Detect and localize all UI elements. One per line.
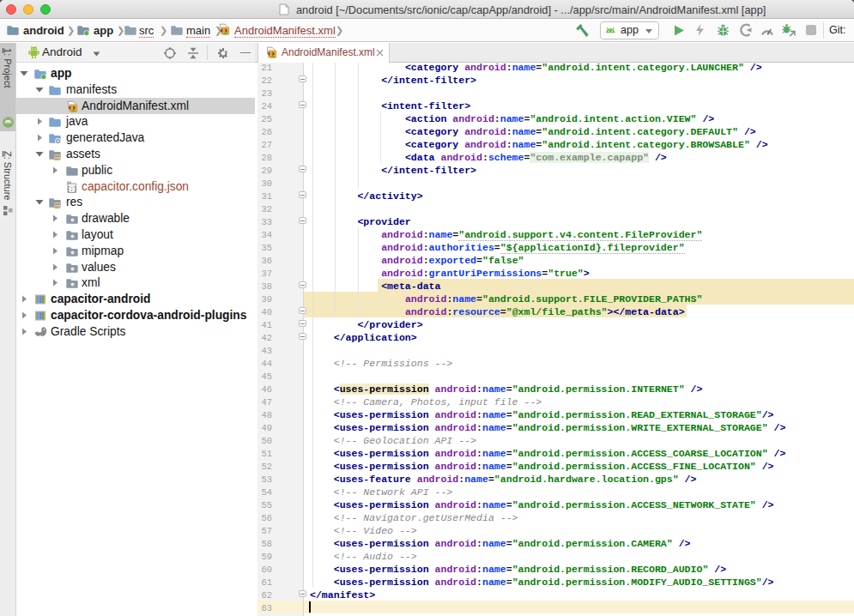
svg-text:{;}: {;} [67, 186, 77, 192]
